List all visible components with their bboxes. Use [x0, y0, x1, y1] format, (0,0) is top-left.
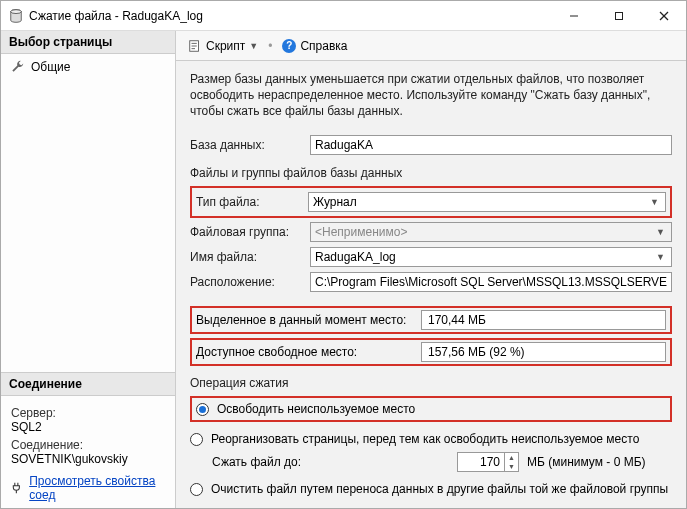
option-reorg-row[interactable]: Реорганизовать страницы, перед тем как о… [190, 428, 672, 450]
help-label: Справка [300, 39, 347, 53]
chevron-down-icon: ▼ [652, 252, 669, 262]
minimize-button[interactable] [551, 1, 596, 30]
close-button[interactable] [641, 1, 686, 30]
allocated-value: 170,44 МБ [421, 310, 666, 330]
allocated-row: Выделенное в данный момент место: 170,44… [190, 306, 672, 334]
title-bar: Сжатие файла - RadugaKA_log [1, 1, 686, 31]
help-button[interactable]: ? Справка [278, 37, 351, 55]
file-type-highlight: Тип файла: Журнал ▼ [190, 186, 672, 218]
shrink-to-row: Сжать файл до: ▲▼ МБ (минимум - 0 МБ) [212, 450, 672, 478]
connection-value: SOVETNIK\gukovskiy [11, 452, 165, 466]
option-empty-row[interactable]: Очистить файл путем переноса данных в др… [190, 478, 672, 500]
option-reorg-label: Реорганизовать страницы, перед тем как о… [211, 432, 672, 446]
content: Размер базы данных уменьшается при сжати… [176, 61, 686, 508]
database-field[interactable] [310, 135, 672, 155]
pages-header: Выбор страницы [1, 31, 175, 54]
file-type-value: Журнал [313, 195, 357, 209]
svg-rect-3 [615, 12, 622, 19]
help-icon: ? [282, 39, 296, 53]
radio-release[interactable] [196, 403, 209, 416]
toolbar: Скрипт ▼ • ? Справка [176, 31, 686, 61]
shrink-to-input[interactable] [458, 453, 504, 471]
files-section-label: Файлы и группы файлов базы данных [190, 166, 672, 180]
location-label: Расположение: [190, 275, 310, 289]
option-empty-label: Очистить файл путем переноса данных в др… [211, 482, 672, 496]
file-type-select[interactable]: Журнал ▼ [308, 192, 666, 212]
server-value: SQL2 [11, 420, 165, 434]
available-value: 157,56 МБ (92 %) [421, 342, 666, 362]
database-row: База данных: [190, 134, 672, 156]
script-icon [188, 39, 202, 53]
chevron-down-icon: ▼ [652, 227, 669, 237]
chevron-down-icon: ▼ [249, 41, 258, 51]
database-icon [9, 9, 23, 23]
view-connection-link[interactable]: Просмотреть свойства соед [29, 474, 165, 502]
filename-value: RadugaKA_log [315, 250, 396, 264]
pages-list: Общие [1, 54, 175, 372]
spin-up-icon[interactable]: ▲ [505, 453, 518, 462]
allocated-label: Выделенное в данный момент место: [196, 313, 421, 327]
available-label: Доступное свободное место: [196, 345, 421, 359]
location-field[interactable] [310, 272, 672, 292]
spin-down-icon[interactable]: ▼ [505, 462, 518, 471]
connection-label: Соединение: [11, 438, 165, 452]
wrench-icon [11, 60, 25, 74]
filegroup-value: <Неприменимо> [315, 225, 407, 239]
svg-point-1 [11, 9, 22, 13]
connection-header: Соединение [1, 372, 175, 396]
left-panel: Выбор страницы Общие Соединение Сервер: … [1, 31, 176, 508]
page-general[interactable]: Общие [1, 58, 175, 76]
maximize-button[interactable] [596, 1, 641, 30]
window-controls [551, 1, 686, 30]
window-title: Сжатие файла - RadugaKA_log [29, 9, 551, 23]
radio-reorg[interactable] [190, 433, 203, 446]
script-button[interactable]: Скрипт ▼ [184, 37, 262, 55]
plug-icon [11, 481, 23, 495]
radio-empty[interactable] [190, 483, 203, 496]
option-release-row[interactable]: Освободить неиспользуемое место [190, 396, 672, 422]
filename-select[interactable]: RadugaKA_log ▼ [310, 247, 672, 267]
option-release-label: Освободить неиспользуемое место [217, 402, 666, 416]
filegroup-label: Файловая группа: [190, 225, 310, 239]
right-panel: Скрипт ▼ • ? Справка Размер базы данных … [176, 31, 686, 508]
chevron-down-icon: ▼ [646, 197, 663, 207]
shrink-to-spinner[interactable]: ▲▼ [457, 452, 519, 472]
script-label: Скрипт [206, 39, 245, 53]
shrink-to-suffix: МБ (минимум - 0 МБ) [527, 455, 646, 469]
available-row: Доступное свободное место: 157,56 МБ (92… [190, 338, 672, 366]
server-label: Сервер: [11, 406, 165, 420]
filename-label: Имя файла: [190, 250, 310, 264]
shrink-to-label: Сжать файл до: [212, 455, 301, 469]
filegroup-select: <Неприменимо> ▼ [310, 222, 672, 242]
description-text: Размер базы данных уменьшается при сжати… [190, 71, 672, 120]
file-type-label: Тип файла: [196, 195, 308, 209]
spinner-buttons[interactable]: ▲▼ [504, 453, 518, 471]
page-general-label: Общие [31, 60, 70, 74]
database-label: База данных: [190, 138, 310, 152]
connection-info: Сервер: SQL2 Соединение: SOVETNIK\gukovs… [1, 396, 175, 508]
shrink-section-label: Операция сжатия [190, 376, 672, 390]
separator: • [268, 39, 272, 53]
view-connection-props[interactable]: Просмотреть свойства соед [11, 474, 165, 502]
